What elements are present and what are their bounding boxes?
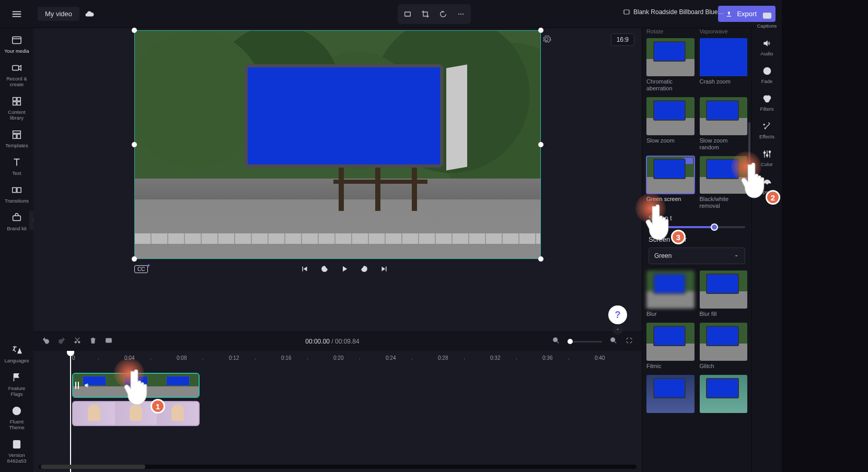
fit-button[interactable] [400, 6, 415, 22]
svg-rect-4 [13, 37, 21, 44]
skip-end-button[interactable] [378, 263, 390, 275]
sidebar-item-text[interactable]: Text [2, 157, 31, 176]
rightrail-speed[interactable]: Speed [754, 174, 780, 195]
selected-clip-title: Blank Roadside Billboard Blue S... [623, 8, 725, 16]
redo-button[interactable] [57, 336, 66, 347]
crop-button[interactable] [418, 6, 433, 22]
resize-handle[interactable] [132, 28, 137, 33]
svg-rect-14 [17, 187, 21, 192]
svg-text:CC: CC [765, 14, 770, 18]
skip-start-button[interactable] [299, 263, 310, 275]
timeline-scrollbar[interactable] [39, 465, 636, 469]
rightrail-adjust-colors[interactable]: Color [754, 147, 780, 167]
zoom-in-button[interactable] [609, 336, 618, 347]
svg-rect-9 [17, 102, 20, 105]
ruler-tick: 0:08 [177, 355, 187, 361]
svg-rect-8 [13, 102, 16, 105]
ruler-tick: 0:28 [438, 355, 448, 361]
split-button[interactable] [105, 336, 113, 347]
svg-rect-10 [13, 131, 21, 134]
effect-green-screen[interactable] [646, 156, 695, 194]
rightrail-effects[interactable]: Effects [754, 119, 780, 139]
effect-blur-fill[interactable] [700, 270, 748, 309]
effect-glitch[interactable] [700, 323, 748, 361]
timecode: 00:00.00 / 00:09.84 [120, 338, 545, 345]
resize-handle[interactable] [538, 28, 543, 33]
captions-toggle[interactable]: CC✦ [134, 265, 148, 273]
help-button[interactable]: ? [608, 305, 627, 324]
sidebar-item-version[interactable]: Version 8482a53 [2, 439, 31, 464]
resize-handle[interactable] [132, 142, 137, 147]
rightrail-captions[interactable]: CCCaptions [754, 8, 780, 29]
delete-button[interactable] [89, 336, 97, 347]
undo-button[interactable] [42, 336, 50, 347]
forward-5-button[interactable]: 5 [358, 263, 370, 275]
effect-filmic[interactable] [646, 323, 695, 361]
applied-badge-icon [684, 158, 693, 164]
rewind-5-button[interactable]: 5 [319, 263, 330, 275]
svg-point-30 [765, 98, 769, 102]
svg-rect-17 [14, 441, 20, 449]
screen-color-dropdown[interactable]: Green [649, 247, 745, 264]
sidebar-item-content-library[interactable]: Content library [2, 96, 31, 121]
cut-button[interactable] [73, 336, 82, 347]
speaker-icon [84, 382, 91, 389]
sidebar-item-feature-flags[interactable]: Feature Flags [2, 372, 31, 397]
svg-rect-15 [13, 216, 21, 220]
svg-point-31 [763, 152, 765, 154]
sidebar-item-fluent-theme[interactable]: Fluent Theme [2, 405, 31, 430]
help-chevron[interactable] [612, 324, 623, 335]
zoom-slider[interactable] [568, 341, 602, 343]
panel-collapse-icon[interactable] [642, 211, 643, 218]
canvas-stage[interactable] [134, 30, 541, 259]
sidebar-item-templates[interactable]: Templates [2, 129, 31, 148]
timeline-ruler[interactable]: 00:040:080:120:160:200:240:280:320:360:4… [33, 351, 642, 365]
sidebar-item-brand-kit[interactable]: Brand kit [2, 212, 31, 231]
threshold-slider[interactable] [649, 226, 745, 228]
zoom-out-button[interactable] [552, 336, 560, 347]
aspect-ratio-button[interactable]: 16:9 [611, 33, 634, 46]
ruler-tick: 0:40 [595, 355, 605, 361]
canvas-settings-icon[interactable] [542, 34, 551, 44]
svg-rect-13 [13, 187, 16, 192]
rightrail-fade[interactable]: Fade [754, 64, 780, 84]
zoom-fit-button[interactable] [625, 336, 633, 347]
effect-more-1[interactable] [646, 375, 695, 413]
ruler-tick: 0:20 [333, 355, 343, 361]
sidebar-item-languages[interactable]: Languages [2, 344, 31, 363]
rightrail-filters[interactable]: Filters [754, 91, 780, 112]
sidebar-item-record-create[interactable]: Record & create [2, 62, 31, 87]
effect-slow-zoom[interactable] [646, 97, 695, 135]
pause-icon [75, 382, 79, 389]
svg-rect-11 [13, 134, 16, 138]
rightrail-audio[interactable]: Audio [754, 36, 780, 56]
play-button[interactable] [339, 263, 350, 275]
svg-rect-6 [13, 98, 16, 101]
more-button[interactable] [453, 6, 469, 22]
effect-bw-removal[interactable] [700, 156, 748, 194]
effects-scrollbar[interactable] [748, 122, 750, 185]
effect-blur[interactable] [646, 270, 695, 309]
ruler-tick: 0:12 [229, 355, 239, 361]
project-name[interactable]: My video [38, 7, 79, 21]
ruler-tick: 0:32 [490, 355, 500, 361]
cloud-sync-icon [85, 9, 94, 19]
sidebar-item-transitions[interactable]: Transitions [2, 184, 31, 204]
chevron-down-icon [733, 253, 739, 259]
effect-more-2[interactable] [700, 375, 748, 413]
svg-point-1 [458, 13, 459, 14]
hamburger-menu[interactable] [0, 0, 33, 28]
resize-handle[interactable] [538, 142, 543, 147]
svg-rect-12 [17, 134, 20, 138]
svg-rect-0 [404, 12, 410, 16]
rotate-button[interactable] [435, 6, 451, 22]
screen-color-label: Screen color [646, 235, 747, 243]
sidebar-item-your-media[interactable]: Your media [2, 34, 31, 54]
svg-point-32 [766, 155, 768, 156]
effect-crash-zoom[interactable] [700, 38, 748, 76]
playhead[interactable] [70, 351, 71, 472]
effect-chromatic-aberration[interactable] [646, 38, 695, 76]
effect-slow-zoom-random[interactable] [700, 97, 748, 135]
timeline-clip-billboard[interactable] [72, 373, 200, 398]
timeline-clip-person[interactable] [72, 401, 200, 426]
